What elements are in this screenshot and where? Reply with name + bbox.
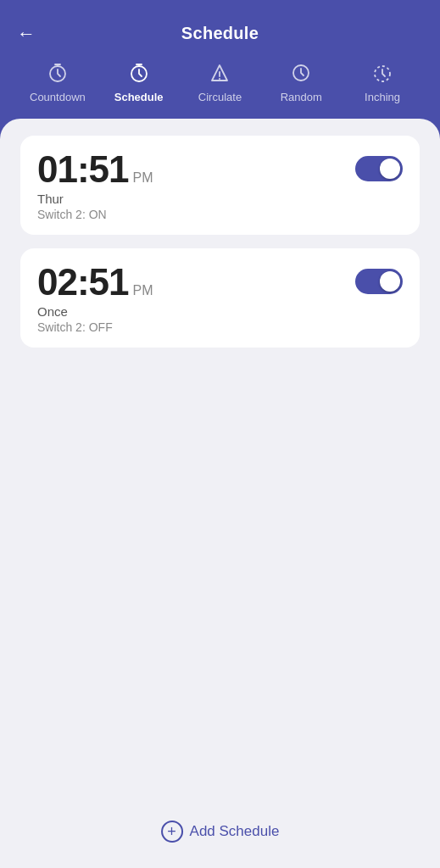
nav-tab-inching[interactable]: Inching bbox=[352, 62, 413, 103]
schedule-item-top: 02:51 PM bbox=[37, 264, 403, 301]
back-button[interactable]: ← bbox=[17, 23, 36, 45]
nav-tab-random-label: Random bbox=[281, 91, 322, 103]
nav-tab-schedule[interactable]: Schedule bbox=[109, 62, 170, 103]
random-icon bbox=[290, 62, 312, 87]
schedule-day: Thur bbox=[37, 192, 403, 206]
nav-tab-countdown-label: Countdown bbox=[30, 91, 86, 103]
schedule-day: Once bbox=[37, 304, 403, 319]
schedule-switch-state: Switch 2: ON bbox=[37, 208, 403, 221]
schedule-list: 01:51 PM Thur Switch 2: ON 02:51 PM bbox=[0, 119, 440, 348]
main-card: 01:51 PM Thur Switch 2: ON 02:51 PM bbox=[0, 119, 440, 868]
schedule-switch-state: Switch 2: OFF bbox=[37, 320, 403, 334]
schedule-item-1: 01:51 PM Thur Switch 2: ON bbox=[20, 136, 420, 235]
toggle-track bbox=[355, 156, 403, 181]
schedule-icon bbox=[128, 62, 150, 87]
nav-tab-inching-label: Inching bbox=[365, 91, 400, 103]
toggle-track bbox=[355, 269, 403, 294]
inching-icon bbox=[371, 62, 393, 87]
add-schedule-icon: + bbox=[161, 821, 183, 843]
time-main: 01:51 bbox=[37, 151, 129, 188]
svg-point-6 bbox=[219, 78, 220, 80]
nav-tab-schedule-label: Schedule bbox=[114, 91, 164, 103]
schedule-item-top: 01:51 PM bbox=[37, 151, 403, 188]
toggle-thumb bbox=[380, 159, 400, 179]
schedule-toggle-1[interactable] bbox=[355, 156, 403, 181]
nav-tab-countdown[interactable]: Countdown bbox=[27, 62, 88, 103]
schedule-meta: Thur Switch 2: ON bbox=[37, 192, 403, 221]
circulate-icon bbox=[209, 62, 231, 87]
nav-tabs: CountdownScheduleCirculateRandomInching bbox=[17, 57, 423, 119]
add-schedule-button[interactable]: + Add Schedule bbox=[161, 821, 280, 843]
schedule-meta: Once Switch 2: OFF bbox=[37, 304, 403, 334]
time-ampm: PM bbox=[133, 283, 153, 298]
nav-tab-circulate-label: Circulate bbox=[198, 91, 242, 103]
time-main: 02:51 bbox=[37, 264, 129, 301]
time-ampm: PM bbox=[133, 170, 153, 186]
header-top: ← Schedule bbox=[17, 15, 423, 57]
header: ← Schedule CountdownScheduleCirculateRan… bbox=[0, 0, 440, 119]
schedule-item-2: 02:51 PM Once Switch 2: OFF bbox=[20, 248, 420, 348]
add-schedule-label: Add Schedule bbox=[190, 823, 280, 840]
toggle-thumb bbox=[380, 271, 400, 292]
countdown-icon bbox=[47, 62, 69, 87]
schedule-time: 01:51 PM bbox=[37, 151, 153, 188]
schedule-time: 02:51 PM bbox=[37, 264, 153, 301]
nav-tab-circulate[interactable]: Circulate bbox=[189, 62, 250, 103]
page-title: Schedule bbox=[181, 24, 259, 43]
nav-tab-random[interactable]: Random bbox=[270, 62, 331, 103]
schedule-toggle-2[interactable] bbox=[355, 269, 403, 294]
